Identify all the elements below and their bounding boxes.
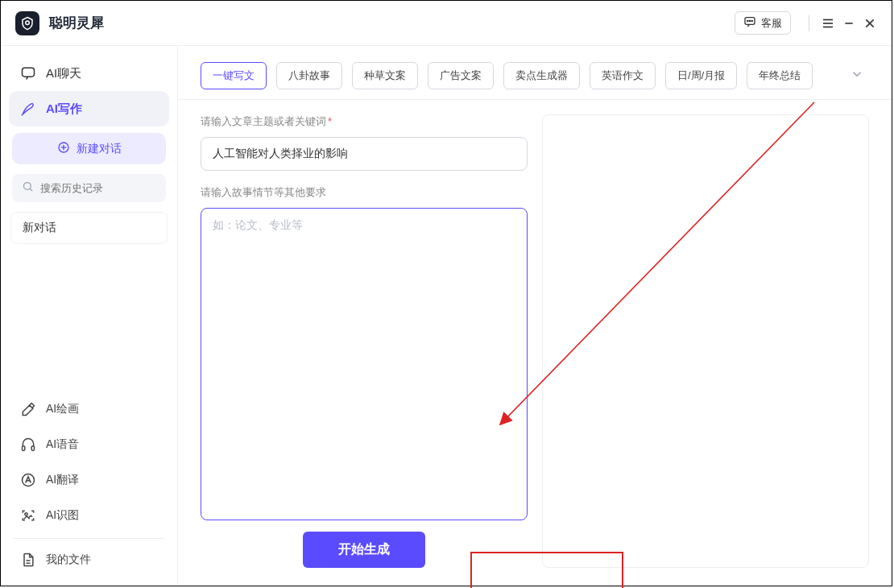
customer-service-label: 客服 <box>761 16 782 31</box>
sidebar-item-label: AI绘画 <box>46 402 79 416</box>
tab-selling-point-generator[interactable]: 卖点生成器 <box>503 62 580 89</box>
form-column: 请输入文章主题或者关键词* 请输入故事情节等其他要求 开始生成 <box>201 114 528 568</box>
writing-category-tabs: 一键写文 八卦故事 种草文案 广告文案 卖点生成器 英语作文 日/周/月报 年终… <box>178 46 892 100</box>
svg-point-2 <box>747 20 748 21</box>
chevron-down-icon <box>850 70 864 84</box>
topic-input[interactable] <box>201 137 528 171</box>
sidebar-item-translate[interactable]: AI翻译 <box>9 462 169 498</box>
new-conversation-button[interactable]: 新建对话 <box>12 133 166 164</box>
history-search-input[interactable] <box>40 182 176 194</box>
details-textarea[interactable] <box>201 208 528 520</box>
app-logo-icon <box>15 11 39 35</box>
sidebar-item-files[interactable]: 我的文件 <box>9 542 169 578</box>
app-title: 聪明灵犀 <box>49 14 104 32</box>
svg-rect-17 <box>23 446 25 451</box>
tab-promotion-copy[interactable]: 种草文案 <box>352 62 418 89</box>
svg-rect-11 <box>23 68 35 77</box>
image-scan-icon <box>20 507 36 524</box>
minimize-button[interactable] <box>838 13 859 34</box>
translate-icon <box>20 472 36 488</box>
expand-tabs-button[interactable] <box>845 64 869 88</box>
tab-year-summary[interactable]: 年终总结 <box>747 62 813 89</box>
history-item[interactable]: 新对话 <box>10 212 168 244</box>
search-icon <box>22 180 34 196</box>
write-icon <box>20 101 36 117</box>
menu-button[interactable] <box>817 13 838 34</box>
preview-panel <box>542 114 869 568</box>
sidebar-item-label: AI语音 <box>46 437 79 452</box>
new-conversation-label: 新建对话 <box>77 142 122 156</box>
details-label: 请输入故事情节等其他要求 <box>201 185 528 200</box>
generate-button[interactable]: 开始生成 <box>303 532 425 568</box>
svg-point-3 <box>749 20 750 21</box>
tab-english-essay[interactable]: 英语作文 <box>590 62 656 89</box>
svg-point-15 <box>24 183 31 190</box>
svg-rect-18 <box>31 446 34 451</box>
sidebar-item-paint[interactable]: AI绘画 <box>9 391 169 427</box>
close-button[interactable] <box>859 13 880 34</box>
svg-line-16 <box>30 188 32 191</box>
tab-ad-copy[interactable]: 广告文案 <box>428 62 494 89</box>
sidebar-separator <box>14 538 164 539</box>
titlebar-divider <box>809 15 809 31</box>
sidebar-item-label: AI聊天 <box>46 66 81 81</box>
sidebar-item-write[interactable]: AI写作 <box>9 91 169 126</box>
svg-point-4 <box>751 20 752 21</box>
customer-service-button[interactable]: 客服 <box>735 11 791 35</box>
brush-icon <box>20 401 36 417</box>
topic-label: 请输入文章主题或者关键词* <box>201 114 528 129</box>
history-search[interactable] <box>12 174 166 202</box>
headphones-icon <box>20 437 36 453</box>
titlebar: 聪明灵犀 客服 <box>1 1 892 46</box>
file-icon <box>20 552 36 568</box>
svg-point-20 <box>25 513 27 516</box>
sidebar-item-label: AI翻译 <box>46 473 79 487</box>
tab-gossip-story[interactable]: 八卦故事 <box>276 62 342 89</box>
tab-one-click-writing[interactable]: 一键写文 <box>201 62 267 89</box>
sidebar-item-ocr[interactable]: AI识图 <box>9 498 169 533</box>
required-indicator: * <box>328 115 332 127</box>
tab-report[interactable]: 日/周/月报 <box>665 62 737 89</box>
sidebar-item-voice[interactable]: AI语音 <box>9 427 169 462</box>
sidebar-item-label: 我的文件 <box>46 553 91 567</box>
sidebar: AI聊天 AI写作 新建对话 新对话 <box>1 46 178 586</box>
svg-point-0 <box>26 21 30 25</box>
chat-bubble-icon <box>743 15 756 31</box>
sidebar-item-label: AI识图 <box>46 508 79 523</box>
sidebar-item-chat[interactable]: AI聊天 <box>9 56 169 91</box>
chat-icon <box>20 65 36 81</box>
main-content: 一键写文 八卦故事 种草文案 广告文案 卖点生成器 英语作文 日/周/月报 年终… <box>178 46 892 586</box>
plus-circle-icon <box>57 141 70 156</box>
sidebar-item-label: AI写作 <box>46 101 82 117</box>
